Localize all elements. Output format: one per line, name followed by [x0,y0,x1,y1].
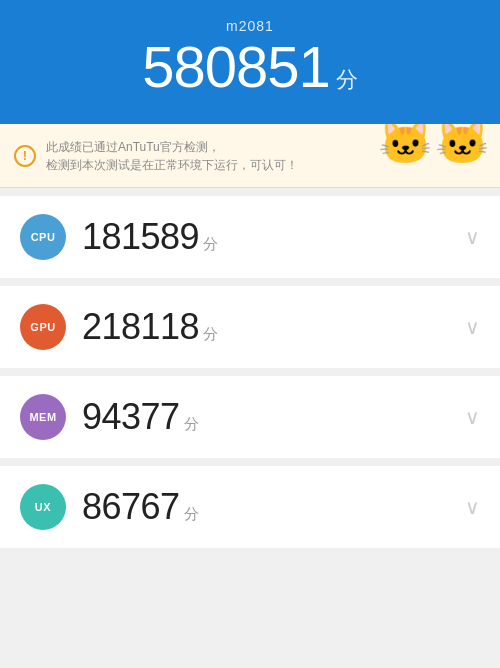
total-score-value: 580851 [142,38,330,96]
cpu-chevron-icon[interactable]: ∨ [465,225,480,249]
mem-score-value: 94377 [82,396,180,438]
score-card-cpu[interactable]: CPU 181589 分 ∨ [0,196,500,278]
cpu-score-value: 181589 [82,216,199,258]
mem-badge: MEM [20,394,66,440]
gpu-score-value: 218118 [82,306,199,348]
score-cards-section: CPU 181589 分 ∨ GPU 218118 分 ∨ MEM 94377 … [0,188,500,556]
emoji-cat-2: 🐱 [435,124,490,164]
mem-score-fen: 分 [184,415,199,434]
emoji-cat-1: 🐱 [378,124,433,164]
gpu-badge: GPU [20,304,66,350]
gpu-score-fen: 分 [203,325,218,344]
score-card-ux[interactable]: UX 86767 分 ∨ [0,466,500,548]
ux-score-main: 86767 分 [82,486,449,528]
notice-emojis: 🐱 🐱 [378,124,490,164]
total-score-row: 580851 分 [20,38,480,96]
score-header: m2081 580851 分 [0,0,500,124]
gpu-score-main: 218118 分 [82,306,449,348]
ux-chevron-icon[interactable]: ∨ [465,495,480,519]
cpu-score-main: 181589 分 [82,216,449,258]
cpu-score-fen: 分 [203,235,218,254]
ux-score-value: 86767 [82,486,180,528]
score-card-mem[interactable]: MEM 94377 分 ∨ [0,376,500,458]
total-score-fen: 分 [336,65,358,95]
ux-badge: UX [20,484,66,530]
mem-chevron-icon[interactable]: ∨ [465,405,480,429]
device-name: m2081 [20,18,480,34]
notice-bar: ! 此成绩已通过AnTuTu官方检测， 检测到本次测试是在正常环境下运行，可认可… [0,124,500,188]
mem-score-main: 94377 分 [82,396,449,438]
ux-score-fen: 分 [184,505,199,524]
gpu-chevron-icon[interactable]: ∨ [465,315,480,339]
notice-icon: ! [14,145,36,167]
cpu-badge: CPU [20,214,66,260]
score-card-gpu[interactable]: GPU 218118 分 ∨ [0,286,500,368]
